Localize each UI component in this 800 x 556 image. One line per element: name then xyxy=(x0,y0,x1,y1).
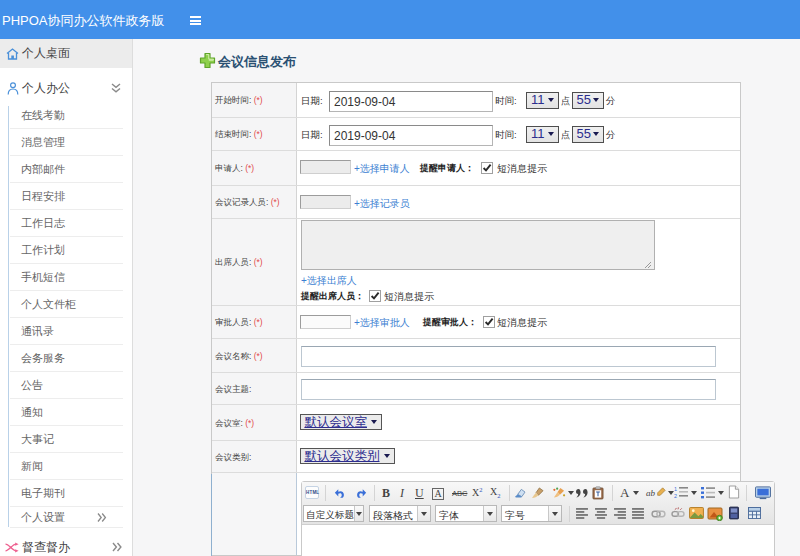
svg-text:2: 2 xyxy=(674,493,677,499)
svg-text:1: 1 xyxy=(674,486,677,492)
